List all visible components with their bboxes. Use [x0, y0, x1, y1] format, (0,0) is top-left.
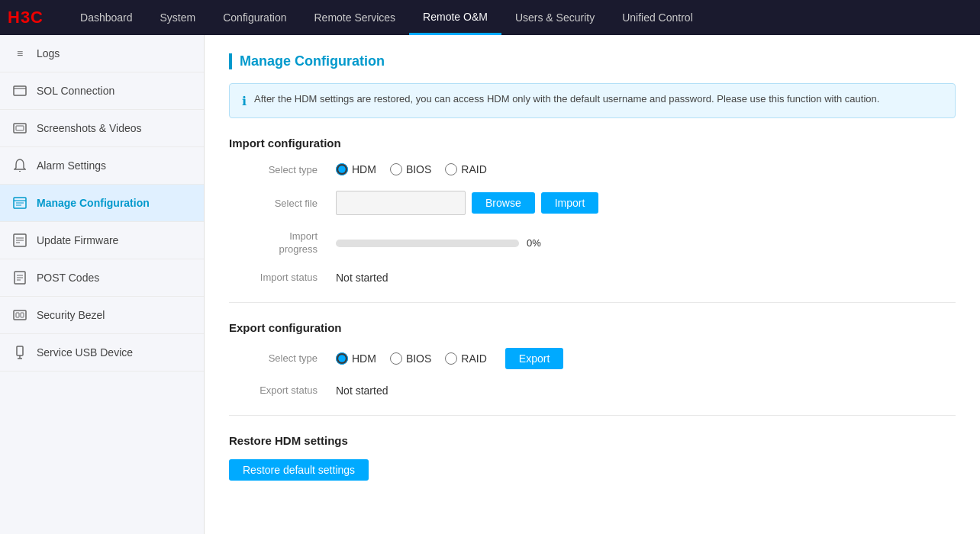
- export-type-hdm-radio[interactable]: [336, 352, 348, 365]
- import-file-controls: Browse Import: [336, 191, 598, 215]
- info-icon: ℹ: [242, 94, 247, 108]
- export-button[interactable]: Export: [505, 348, 563, 369]
- sidebar-label-service-usb: Service USB Device: [37, 346, 133, 359]
- sidebar-item-security-bezel[interactable]: Security Bezel: [0, 297, 204, 334]
- page-title: Manage Configuration: [229, 53, 956, 69]
- nav-unified-control[interactable]: Unified Control: [608, 0, 707, 35]
- svg-rect-19: [21, 313, 24, 317]
- import-status-value: Not started: [336, 272, 388, 284]
- import-status-row: Import status Not started: [229, 272, 956, 284]
- import-progress-controls: 0%: [336, 237, 541, 249]
- sidebar-item-manage-config[interactable]: Manage Configuration: [0, 185, 204, 222]
- svg-rect-17: [14, 310, 26, 320]
- logs-icon: ≡: [12, 46, 27, 61]
- import-select-type-row: Select type HDM BIOS RAID: [229, 163, 956, 175]
- import-bios-label: BIOS: [406, 163, 431, 175]
- nav-users-security[interactable]: Users & Security: [501, 0, 608, 35]
- export-select-type-row: Select type HDM BIOS RAID Export: [229, 348, 956, 369]
- section-divider-1: [229, 302, 956, 303]
- export-type-hdm[interactable]: HDM: [336, 352, 376, 365]
- sidebar-label-alarm: Alarm Settings: [37, 159, 106, 172]
- manage-config-icon: [12, 195, 27, 211]
- export-type-raid-radio[interactable]: [445, 352, 457, 365]
- import-type-bios[interactable]: BIOS: [390, 163, 431, 175]
- nav-configuration[interactable]: Configuration: [209, 0, 300, 35]
- import-hdm-label: HDM: [352, 163, 376, 175]
- svg-rect-18: [16, 313, 19, 317]
- main-layout: ≡ Logs SOL Connection Screenshots & Vide…: [0, 35, 980, 534]
- sidebar-item-post-codes[interactable]: POST Codes: [0, 259, 204, 297]
- import-progress-row: Importprogress 0%: [229, 230, 956, 256]
- sidebar-label-screenshots: Screenshots & Videos: [37, 122, 142, 134]
- export-type-bios[interactable]: BIOS: [390, 352, 431, 365]
- info-banner: ℹ After the HDM settings are restored, y…: [229, 83, 956, 118]
- restore-default-button[interactable]: Restore default settings: [229, 459, 369, 481]
- import-progress-bar-bg: [336, 240, 519, 247]
- import-progress-label: Importprogress: [229, 230, 336, 256]
- import-config-section: Import configuration Select type HDM BIO…: [229, 137, 956, 284]
- export-config-title: Export configuration: [229, 321, 956, 334]
- security-bezel-icon: [12, 307, 27, 323]
- sol-icon: [12, 83, 27, 98]
- nav-remote-services[interactable]: Remote Services: [300, 0, 409, 35]
- export-status-value: Not started: [336, 384, 388, 397]
- svg-rect-2: [14, 124, 26, 133]
- nav-system[interactable]: System: [147, 0, 210, 35]
- import-button[interactable]: Import: [541, 192, 599, 214]
- sidebar-label-post-codes: POST Codes: [37, 272, 99, 284]
- import-file-text-box: [336, 191, 466, 215]
- sidebar-label-update-firmware: Update Firmware: [37, 234, 118, 246]
- sidebar-item-update-firmware[interactable]: Update Firmware: [0, 222, 204, 259]
- export-raid-label: RAID: [461, 352, 486, 365]
- import-raid-label: RAID: [461, 163, 486, 175]
- sidebar-label-security-bezel: Security Bezel: [37, 309, 105, 321]
- sidebar-label-manage-config: Manage Configuration: [37, 197, 150, 209]
- top-navigation: H3C Dashboard System Configuration Remot…: [0, 0, 980, 35]
- sidebar-item-logs[interactable]: ≡ Logs: [0, 35, 204, 72]
- import-type-hdm[interactable]: HDM: [336, 163, 376, 175]
- import-type-raid[interactable]: RAID: [445, 163, 486, 175]
- info-banner-text: After the HDM settings are restored, you…: [254, 93, 879, 105]
- restore-section-title: Restore HDM settings: [229, 434, 956, 447]
- post-codes-icon: [12, 270, 27, 285]
- sidebar-item-screenshots[interactable]: Screenshots & Videos: [0, 110, 204, 147]
- import-status-control: Not started: [336, 272, 388, 284]
- export-type-bios-radio[interactable]: [390, 352, 402, 365]
- export-hdm-label: HDM: [352, 352, 376, 365]
- export-status-label: Export status: [229, 384, 336, 396]
- export-bios-label: BIOS: [406, 352, 431, 365]
- service-usb-icon: [12, 345, 27, 360]
- brand-logo: H3C: [8, 8, 44, 27]
- import-select-file-label: Select file: [229, 198, 336, 209]
- export-select-type-label: Select type: [229, 352, 336, 364]
- sidebar-label-logs: Logs: [37, 47, 60, 60]
- sidebar-item-service-usb[interactable]: Service USB Device: [0, 334, 204, 372]
- section-divider-2: [229, 415, 956, 416]
- svg-rect-20: [17, 346, 23, 355]
- sidebar-item-alarm[interactable]: Alarm Settings: [0, 147, 204, 185]
- import-config-title: Import configuration: [229, 137, 956, 150]
- import-type-radio-group: HDM BIOS RAID: [336, 163, 487, 175]
- sidebar-item-sol-connection[interactable]: SOL Connection: [0, 72, 204, 110]
- import-progress-percent: 0%: [527, 237, 541, 249]
- browse-button[interactable]: Browse: [472, 192, 535, 214]
- export-status-row: Export status Not started: [229, 384, 956, 397]
- import-select-type-label: Select type: [229, 164, 336, 175]
- import-select-file-row: Select file Browse Import: [229, 191, 956, 215]
- alarm-icon: [12, 158, 27, 173]
- sidebar-label-sol: SOL Connection: [37, 85, 114, 97]
- screenshots-icon: [12, 121, 27, 136]
- export-type-raid[interactable]: RAID: [445, 352, 486, 365]
- import-type-raid-radio[interactable]: [445, 163, 457, 175]
- export-type-radio-group: HDM BIOS RAID Export: [336, 348, 563, 369]
- import-type-bios-radio[interactable]: [390, 163, 402, 175]
- update-firmware-icon: [12, 233, 27, 248]
- svg-rect-0: [14, 86, 26, 95]
- nav-remote-om[interactable]: Remote O&M: [409, 0, 501, 35]
- import-type-hdm-radio[interactable]: [336, 163, 348, 175]
- nav-dashboard[interactable]: Dashboard: [66, 0, 147, 35]
- sidebar: ≡ Logs SOL Connection Screenshots & Vide…: [0, 35, 205, 534]
- export-config-section: Export configuration Select type HDM BIO…: [229, 321, 956, 397]
- main-content: Manage Configuration ℹ After the HDM set…: [205, 35, 980, 534]
- import-status-label: Import status: [229, 272, 336, 283]
